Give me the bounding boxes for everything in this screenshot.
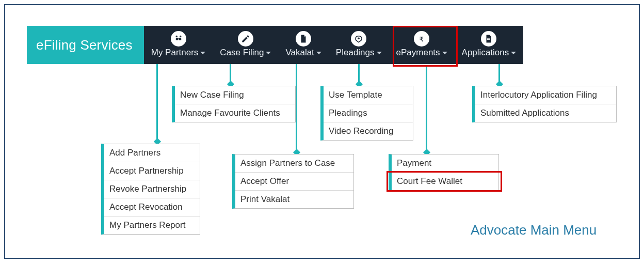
dropdown-my-partners: Add Partners Accept Partnership Revoke P… [101, 144, 200, 235]
doc-icon [296, 31, 311, 47]
menu-item[interactable]: Video Recording [324, 122, 413, 140]
caption: Advocate Main Menu [471, 222, 597, 238]
partners-icon [171, 31, 186, 47]
menu-item[interactable]: Manage Favourite Clients [175, 104, 295, 122]
svg-rect-4 [487, 38, 490, 39]
chevron-down-icon [316, 52, 321, 54]
doc2-icon [481, 31, 496, 47]
nav-label: ePayments [396, 48, 440, 58]
dropdown-case-filing: New Case Filing Manage Favourite Clients [172, 86, 296, 122]
nav-epayments[interactable]: ₹ ePayments [389, 26, 455, 64]
navbar: eFiling Services My Partners Case Filing… [27, 26, 523, 64]
chevron-down-icon [511, 52, 516, 54]
menu-item[interactable]: Add Partners [104, 144, 200, 162]
nav-case-filing[interactable]: Case Filing [213, 26, 278, 64]
rupee-icon: ₹ [414, 31, 429, 47]
menu-item[interactable]: Payment [392, 154, 498, 173]
dropdown-epayments: Payment Court Fee Wallet [389, 154, 499, 191]
menu-item[interactable]: Interlocutory Application Filing [475, 86, 616, 104]
connector [426, 67, 427, 152]
chevron-down-icon [442, 52, 447, 54]
nav-label: Vakalat [285, 48, 314, 58]
svg-point-2 [358, 37, 360, 39]
svg-rect-5 [487, 39, 490, 40]
menu-item[interactable]: Print Vakalat [235, 191, 353, 208]
pencil-icon [238, 31, 253, 47]
nav-label: Applications [462, 48, 509, 58]
menu-item[interactable]: Revoke Partnership [104, 180, 200, 198]
menu-item[interactable]: Use Template [324, 86, 413, 104]
brand: eFiling Services [27, 26, 144, 64]
nav-my-partners[interactable]: My Partners [144, 26, 213, 64]
nav-label: My Partners [151, 48, 199, 58]
nav-vakalat[interactable]: Vakalat [278, 26, 328, 64]
hands-icon [351, 31, 366, 47]
dropdown-vakalat: Assign Partners to Case Accept Offer Pri… [232, 154, 354, 209]
dropdown-pleadings: Use Template Pleadings Video Recording [320, 86, 413, 141]
nav-label: Case Filing [220, 48, 264, 58]
menu-item[interactable]: Pleadings [324, 104, 413, 122]
menu-item[interactable]: Accept Offer [235, 173, 353, 191]
nav-pleadings[interactable]: Pleadings [329, 26, 389, 64]
chevron-down-icon [200, 52, 205, 54]
chevron-down-icon [266, 52, 271, 54]
menu-item[interactable]: Accept Partnership [104, 162, 200, 180]
connector [156, 64, 158, 142]
menu-item[interactable]: My Partners Report [104, 216, 200, 234]
svg-text:₹: ₹ [420, 36, 424, 43]
chevron-down-icon [377, 52, 382, 54]
nav-applications[interactable]: Applications [455, 26, 524, 64]
svg-point-0 [175, 36, 177, 37]
connector [296, 64, 297, 152]
dropdown-applications: Interlocutory Application Filing Submitt… [472, 86, 617, 122]
menu-item-court-fee-wallet[interactable]: Court Fee Wallet [392, 173, 498, 190]
svg-point-1 [180, 36, 181, 37]
menu-item[interactable]: New Case Filing [175, 86, 295, 104]
menu-item[interactable]: Submitted Applications [475, 104, 616, 122]
menu-item[interactable]: Accept Revocation [104, 198, 200, 216]
menu-item[interactable]: Assign Partners to Case [235, 154, 353, 173]
nav-label: Pleadings [336, 48, 375, 58]
